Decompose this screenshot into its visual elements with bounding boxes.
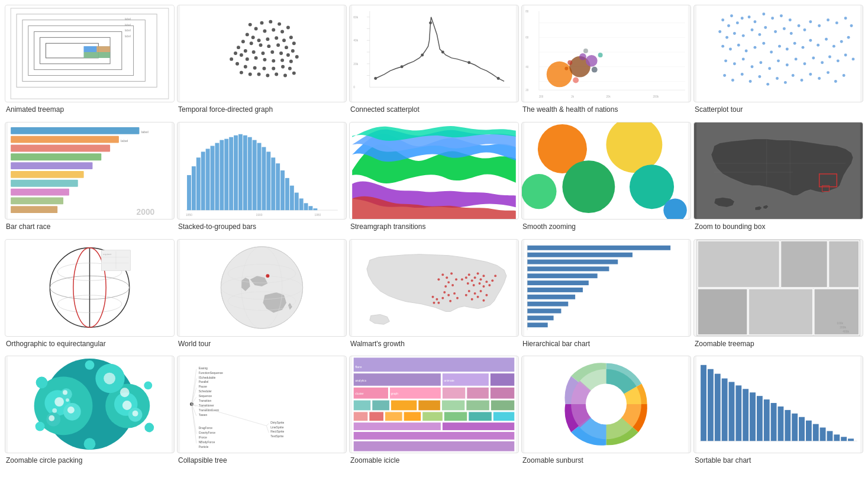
svg-rect-416: [391, 400, 417, 411]
svg-text:40k: 40k: [353, 39, 358, 42]
svg-rect-217: [215, 143, 219, 210]
card-icicle[interactable]: flare analytics animate cluster graph: [349, 356, 519, 470]
svg-rect-405: [353, 357, 515, 372]
svg-rect-229: [271, 157, 275, 210]
svg-rect-325: [527, 273, 598, 278]
svg-text:100k: 100k: [837, 322, 843, 325]
svg-rect-231: [280, 170, 285, 210]
card-zoom-treemap[interactable]: 100k 200k 400k Zoomable treemap: [693, 239, 863, 354]
svg-text:20: 20: [525, 89, 528, 92]
svg-point-33: [285, 46, 288, 49]
svg-rect-449: [750, 393, 756, 441]
svg-text:1850: 1850: [186, 214, 192, 217]
card-circle-pack[interactable]: Zoomable circle packing: [5, 356, 175, 470]
svg-point-54: [240, 53, 243, 57]
card-ortho-equirect[interactable]: equirect Orthographic to equirectangular: [5, 239, 175, 354]
svg-point-81: [401, 65, 404, 68]
svg-point-126: [771, 17, 774, 20]
card-animated-treemap[interactable]: label label label label Animated treemap: [5, 5, 175, 120]
svg-point-191: [818, 77, 821, 80]
svg-point-42: [262, 51, 265, 55]
svg-point-31: [289, 36, 293, 39]
card-hier-bar[interactable]: Hierarchical bar chart: [521, 239, 691, 354]
svg-point-16: [260, 21, 264, 25]
svg-rect-450: [757, 396, 763, 441]
card-world-tour[interactable]: World tour: [177, 239, 347, 354]
card-temporal-force[interactable]: Temporal force-directed graph: [177, 5, 347, 120]
thumb-smooth-zoom: [521, 122, 691, 220]
svg-point-24: [286, 26, 290, 30]
svg-point-357: [52, 408, 57, 413]
card-streamgraph[interactable]: Streamgraph transitions: [349, 122, 519, 237]
svg-rect-207: [11, 206, 57, 213]
svg-text:1900: 1900: [256, 214, 263, 217]
svg-point-190: [809, 73, 812, 76]
svg-point-44: [279, 51, 283, 55]
svg-rect-426: [353, 412, 368, 421]
svg-rect-340: [814, 289, 859, 335]
svg-point-108: [598, 53, 603, 57]
card-tree[interactable]: Easing FunctionSequence ISchedulable Par…: [177, 356, 347, 470]
svg-point-23: [280, 30, 284, 33]
svg-text:20k: 20k: [353, 63, 358, 66]
svg-point-192: [827, 71, 830, 74]
svg-point-84: [441, 51, 444, 54]
card-zoom-bbox[interactable]: Zoom to bounding box: [693, 122, 863, 237]
svg-text:20k: 20k: [606, 95, 611, 98]
svg-rect-216: [211, 146, 215, 210]
svg-text:Pause: Pause: [199, 386, 207, 389]
svg-text:flare: flare: [355, 365, 362, 369]
svg-point-160: [825, 38, 828, 41]
card-smooth-zoom[interactable]: Smooth zooming: [521, 122, 691, 237]
card-scatterplot-tour[interactable]: Scatterplot tour: [693, 5, 863, 120]
svg-point-106: [583, 49, 588, 53]
svg-rect-212: [192, 166, 196, 210]
svg-rect-234: [295, 192, 299, 210]
svg-rect-411: [442, 388, 466, 399]
svg-point-57: [235, 62, 239, 66]
svg-point-247: [562, 160, 615, 213]
svg-point-131: [733, 32, 736, 35]
label-ortho-equirect: Orthographic to equirectangular: [5, 337, 175, 354]
svg-rect-205: [11, 188, 69, 195]
svg-point-136: [774, 30, 777, 33]
svg-point-128: [789, 18, 792, 21]
svg-point-60: [262, 67, 266, 70]
card-connected-scatter[interactable]: 60k 40k 20k 0 Connected scatterplot: [349, 5, 519, 120]
svg-rect-204: [11, 180, 78, 187]
svg-point-127: [780, 14, 783, 17]
svg-rect-433: [493, 412, 515, 421]
thumb-streamgraph: [349, 122, 519, 220]
card-sunburst[interactable]: Zoomable sunburst: [521, 356, 691, 470]
svg-rect-431: [444, 412, 467, 421]
svg-point-293: [461, 278, 463, 280]
svg-point-46: [291, 49, 295, 53]
svg-text:graph: graph: [391, 393, 398, 396]
card-sortable-bar[interactable]: Sortable bar chart: [693, 356, 863, 470]
svg-point-149: [737, 44, 740, 47]
svg-text:80: 80: [525, 10, 528, 13]
svg-rect-432: [469, 412, 492, 421]
svg-point-56: [230, 57, 233, 61]
card-bar-race[interactable]: label label 2000 Bar chart race: [5, 122, 175, 237]
thumb-connected-scatter: 60k 40k 20k 0: [349, 5, 519, 102]
svg-point-164: [724, 59, 727, 62]
thumb-zoom-treemap: 100k 200k 400k: [693, 239, 863, 337]
svg-rect-201: [11, 153, 101, 160]
svg-text:label: label: [125, 18, 131, 21]
card-walmart[interactable]: Walmart's growth: [349, 239, 519, 354]
card-stacked-grouped[interactable]: 1850 1900 1950 Stacked-to-grouped bars: [177, 122, 347, 237]
card-wealth-health[interactable]: 80 60 40 20 200 2k 20k 200k The wealth &…: [521, 5, 691, 120]
svg-rect-456: [799, 417, 805, 441]
svg-point-47: [295, 55, 299, 59]
label-walmart: Walmart's growth: [349, 337, 519, 354]
svg-text:40: 40: [525, 66, 528, 69]
svg-point-177: [837, 59, 840, 62]
thumb-sunburst: [521, 356, 691, 453]
svg-point-297: [477, 295, 479, 298]
svg-point-161: [832, 45, 835, 48]
svg-text:analytics: analytics: [355, 380, 367, 383]
svg-rect-451: [764, 399, 770, 441]
svg-point-59: [253, 66, 257, 70]
svg-rect-222: [238, 134, 243, 210]
